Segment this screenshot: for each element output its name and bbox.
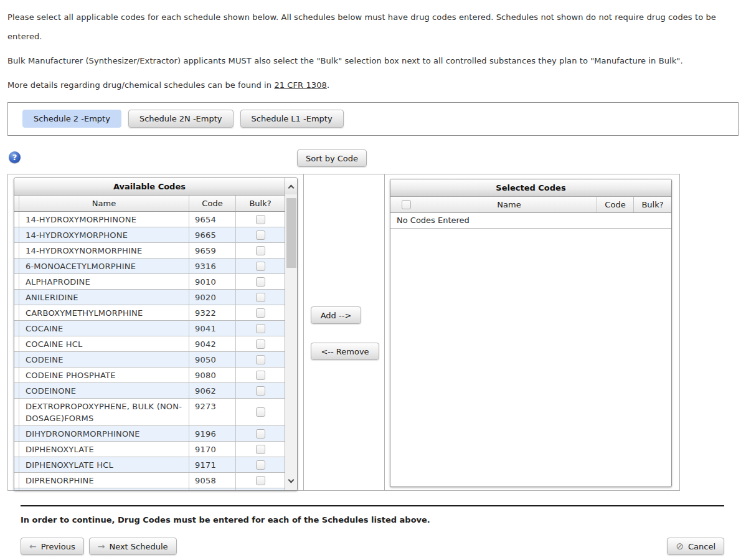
select-all-checkbox[interactable] xyxy=(402,200,411,209)
drug-name: 14-HYDROXYMORPHINONE xyxy=(19,212,189,227)
available-codes-column-headers: Name Code Bulk? xyxy=(14,196,285,212)
drug-code: 9316 xyxy=(189,259,235,273)
sort-by-code-button[interactable]: Sort by Code xyxy=(297,149,367,167)
drug-code: 9659 xyxy=(189,243,235,258)
available-code-row[interactable]: CODEINE PHOSPHATE 9080 xyxy=(14,368,285,383)
bulk-checkbox[interactable] xyxy=(256,429,265,439)
available-code-row[interactable]: 14-HYDROXYNORMORPHINE 9659 xyxy=(14,243,285,259)
column-header-code: Code xyxy=(189,196,235,211)
spacer-column xyxy=(14,368,19,382)
drug-code: 9020 xyxy=(189,290,235,305)
drug-name: 14-HYDROXYMORPHONE xyxy=(19,227,189,242)
spacer-column xyxy=(14,457,19,472)
drug-code: 9170 xyxy=(189,442,235,457)
spacer-column xyxy=(14,336,19,351)
scroll-down-button[interactable] xyxy=(285,473,297,489)
bulk-checkbox[interactable] xyxy=(256,355,265,364)
drug-name: COCAINE xyxy=(19,321,189,336)
spacer-column xyxy=(14,426,19,441)
bulk-checkbox[interactable] xyxy=(256,246,265,255)
bulk-checkbox[interactable] xyxy=(256,230,265,240)
add-button[interactable]: Add --> xyxy=(311,306,361,324)
previous-button[interactable]: ←Previous xyxy=(21,538,84,555)
remove-button[interactable]: <-- Remove xyxy=(311,343,379,360)
drug-code: 9062 xyxy=(189,383,235,398)
drug-name: COCAINE HCL xyxy=(19,336,189,351)
no-codes-entered-message: No Codes Entered xyxy=(390,213,671,229)
available-code-row[interactable]: ALPHAPRODINE 9010 xyxy=(14,274,285,290)
partially-visible-row[interactable] xyxy=(14,488,285,490)
bulk-checkbox[interactable] xyxy=(256,215,265,224)
drug-code: 9665 xyxy=(189,227,235,242)
spacer-column xyxy=(14,473,19,488)
drug-code: 9654 xyxy=(189,212,235,227)
bulk-checkbox[interactable] xyxy=(256,262,265,271)
column-header-name: Name xyxy=(19,196,189,211)
drug-name: ANILERIDINE xyxy=(19,290,189,305)
drug-name: DIHYDRONORMORPHINONE xyxy=(19,426,189,441)
spacer-column xyxy=(14,442,19,457)
bulk-checkbox[interactable] xyxy=(256,324,265,333)
bulk-checkbox[interactable] xyxy=(256,386,265,396)
available-code-row[interactable]: DIPRENORPHINE 9058 xyxy=(14,473,285,488)
available-code-row[interactable]: CODEINONE 9062 xyxy=(14,383,285,399)
intro-paragraph-3-period: . xyxy=(327,80,329,90)
bulk-checkbox[interactable] xyxy=(256,293,265,302)
bulk-checkbox[interactable] xyxy=(256,460,265,470)
spacer-column xyxy=(14,227,19,242)
spacer-column xyxy=(14,290,19,305)
available-code-row[interactable]: DIPHENOXYLATE 9170 xyxy=(14,442,285,457)
schedule-tab-3[interactable]: Schedule L1 -Empty xyxy=(240,110,344,128)
column-header-bulk: Bulk? xyxy=(235,196,285,211)
spacer-column xyxy=(14,321,19,336)
available-codes-box: Available Codes Name Code Bulk? 14-HYDRO… xyxy=(14,178,298,491)
transfer-button-column: Add --> <-- Remove xyxy=(303,174,385,490)
cancel-button[interactable]: ⊘Cancel xyxy=(667,538,724,555)
available-code-row[interactable]: CODEINE 9050 xyxy=(14,352,285,368)
drug-code: 9050 xyxy=(189,352,235,367)
drug-code: 9058 xyxy=(189,473,235,488)
available-code-row[interactable]: DIHYDRONORMORPHINONE 9196 xyxy=(14,426,285,442)
cfr-1308-link[interactable]: 21 CFR 1308 xyxy=(274,80,327,90)
next-schedule-button[interactable]: →Next Schedule xyxy=(89,538,177,555)
instructions: Please select all applicable codes for e… xyxy=(7,7,739,95)
available-code-row[interactable]: 14-HYDROXYMORPHONE 9665 xyxy=(14,227,285,243)
available-code-row[interactable]: COCAINE HCL 9042 xyxy=(14,336,285,352)
schedule-tab-2[interactable]: Schedule 2N -Empty xyxy=(128,110,234,128)
drug-code: 9273 xyxy=(189,399,235,425)
schedule-tab-1[interactable]: Schedule 2 -Empty xyxy=(22,110,121,128)
bulk-checkbox[interactable] xyxy=(256,339,265,349)
scroll-up-button[interactable] xyxy=(285,178,297,194)
available-codes-pane: Available Codes Name Code Bulk? 14-HYDRO… xyxy=(8,174,303,490)
previous-button-label: Previous xyxy=(41,542,75,551)
bulk-checkbox[interactable] xyxy=(256,476,265,485)
drug-name: 14-HYDROXYNORMORPHINE xyxy=(19,243,189,258)
bulk-checkbox[interactable] xyxy=(256,407,265,417)
scrollbar-thumb[interactable] xyxy=(286,198,296,268)
bulk-checkbox[interactable] xyxy=(256,308,265,318)
available-code-row[interactable]: COCAINE 9041 xyxy=(14,321,285,336)
help-icon[interactable]: ? xyxy=(9,151,21,163)
bulk-checkbox[interactable] xyxy=(256,277,265,287)
drug-name: CODEINE xyxy=(19,352,189,367)
drug-name: CARBOXYMETHYLMORPHINE xyxy=(19,305,189,320)
bulk-checkbox[interactable] xyxy=(256,445,265,454)
scrollbar[interactable] xyxy=(285,178,297,490)
drug-code: 9171 xyxy=(189,457,235,472)
available-code-row[interactable]: 14-HYDROXYMORPHINONE 9654 xyxy=(14,212,285,227)
available-code-row[interactable]: 6-MONOACETYLMORPHINE 9316 xyxy=(14,259,285,274)
available-code-row[interactable]: ANILERIDINE 9020 xyxy=(14,290,285,305)
footer-buttons: ←Previous →Next Schedule ⊘Cancel xyxy=(21,538,724,555)
bulk-checkbox[interactable] xyxy=(256,371,265,380)
available-code-row[interactable]: CARBOXYMETHYLMORPHINE 9322 xyxy=(14,305,285,321)
available-code-row[interactable]: DIPHENOXYLATE HCL 9171 xyxy=(14,457,285,473)
column-header-bulk: Bulk? xyxy=(633,197,671,212)
spacer-column xyxy=(14,488,19,490)
drug-name xyxy=(19,488,189,490)
selected-codes-column-headers: Name Code Bulk? xyxy=(390,197,671,213)
cancel-icon: ⊘ xyxy=(676,542,684,551)
available-code-row[interactable]: DEXTROPROPOXYPHENE, BULK (NON-DOSAGE)FOR… xyxy=(14,399,285,426)
left-arrow-icon: ← xyxy=(29,542,37,551)
selected-codes-box: Selected Codes Name Code Bulk? No Codes … xyxy=(390,179,672,487)
column-header-name: Name xyxy=(422,197,597,212)
